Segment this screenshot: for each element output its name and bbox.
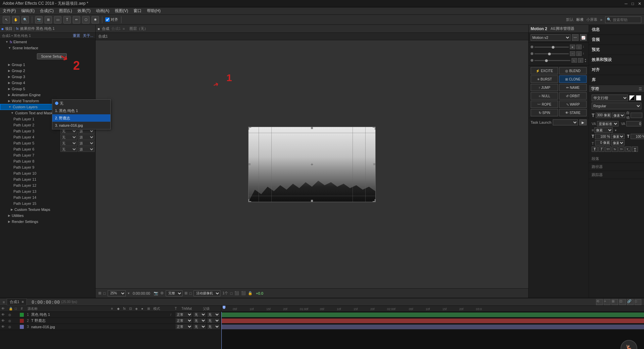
tl-btn-6[interactable]: □ (635, 299, 641, 305)
tl-btn-2[interactable]: + (604, 299, 610, 305)
v-scale-input[interactable] (631, 134, 644, 139)
composition-viewport[interactable]: + ➜ 1 (96, 40, 528, 288)
path-layer-source-select-5[interactable]: 源 (78, 140, 95, 146)
toolbar-expand[interactable]: » (600, 17, 602, 22)
kerning-select[interactable]: 度量标准 (597, 121, 619, 126)
path-layer-none-select-6[interactable]: 无 (60, 147, 77, 152)
tl-mode-1[interactable]: 正常 (175, 312, 192, 317)
reset-btn[interactable]: 重置 (73, 33, 80, 38)
slider-arrow-up-3[interactable]: ▲ (584, 58, 587, 60)
tree-element[interactable]: ▼ fx Element (0, 39, 95, 45)
fmt-bold[interactable]: T (592, 147, 598, 152)
indent-unit-select[interactable]: 像素 (594, 127, 613, 133)
tl-parent-3[interactable]: 无 (207, 324, 220, 329)
tl-vis-1[interactable]: 👁 (1, 313, 7, 316)
tl-btn-1[interactable]: ⟲ (596, 299, 603, 305)
tl-trkmat-1[interactable]: 无 (193, 312, 206, 317)
btn-warp[interactable]: ⤡ WARP (559, 101, 587, 108)
para-section[interactable]: 段落 (589, 155, 644, 163)
btn-null[interactable]: ○ NULL (531, 92, 558, 100)
tl-trkmat-3[interactable]: 无 (193, 324, 206, 329)
tree-group5[interactable]: ▶ Group 5 (0, 86, 95, 92)
font-size-input[interactable] (596, 113, 611, 118)
close-btn[interactable]: ✕ (638, 1, 641, 6)
btn-name[interactable]: ✏ NAME (559, 84, 587, 91)
tool-hand[interactable]: ✋ (12, 16, 19, 23)
fmt-sub[interactable]: T_ (625, 147, 631, 152)
tool-pen[interactable]: ✏ (73, 16, 80, 23)
tl-mode-3[interactable]: 正常 (175, 324, 192, 329)
tl-mode-2[interactable]: 正常 (175, 318, 192, 323)
slider-track-2[interactable] (534, 53, 569, 54)
tool-select[interactable]: ↖ (3, 16, 10, 23)
fit-select[interactable]: 完整 (166, 290, 182, 296)
tree-utilities[interactable]: ▶ Utilities (0, 213, 95, 219)
slider-track-1[interactable] (534, 47, 569, 48)
dropdown-item-3[interactable]: 3. nature-016.jpg (52, 122, 110, 129)
tl-btn-4[interactable]: ⊡ (619, 299, 626, 305)
task-launch-run-btn[interactable]: ▶ (579, 119, 587, 125)
tool-camera[interactable]: 📷 (35, 16, 43, 23)
motion2-version-select[interactable]: Motion v2 (531, 34, 571, 41)
btn-orbit[interactable]: ↺ ORBIT (559, 92, 587, 100)
baseline-input[interactable] (595, 140, 610, 146)
path-tracer-section[interactable]: 路径器 (589, 163, 644, 171)
zoom-select[interactable]: 25%50%100% (108, 290, 126, 296)
maximize-btn[interactable]: □ (632, 1, 634, 6)
info-section-align[interactable]: 对齐 (589, 65, 644, 75)
menu-effects[interactable]: 效果(T) (77, 8, 91, 14)
tree-scene-interface[interactable]: ▼ Scene Interface (0, 45, 95, 51)
scene-setup-btn[interactable]: Scene Setup (37, 53, 67, 59)
tree-group2[interactable]: ▶ Group 2 (0, 68, 95, 74)
fmt-super[interactable]: T^ (619, 147, 625, 152)
font-size-unit[interactable]: 像素 (612, 113, 625, 118)
tool-clone[interactable]: ⬡ (82, 16, 90, 23)
slider-btn-pipe-2[interactable]: | (576, 51, 582, 56)
tool-rect[interactable]: ▭ (54, 16, 61, 23)
path-layer-none-select-5[interactable]: 无 (60, 140, 77, 146)
path-layer-source-select-4[interactable]: 源 (78, 134, 95, 140)
baseline-unit[interactable]: 像素 (611, 140, 625, 146)
menu-help[interactable]: 帮助(H) (147, 8, 161, 14)
dropdown-none[interactable]: 无 (52, 100, 110, 107)
tracker-section[interactable]: 跟踪器 (589, 171, 644, 179)
tree-group1[interactable]: ▶ Group 1 (0, 62, 95, 68)
search-input[interactable] (613, 18, 640, 22)
tree-render-settings[interactable]: ▶ Render Settings (0, 219, 95, 225)
btn-excite[interactable]: ⚡ EXCITE (531, 67, 558, 74)
bg-color-swatch[interactable] (636, 95, 641, 101)
info-section-library[interactable]: 库 (589, 75, 644, 85)
info-section-effects[interactable]: 效果和预设 (589, 55, 644, 65)
fmt-underline[interactable]: T̲ (632, 147, 638, 152)
slider-btn-minus-2[interactable]: ─ (570, 51, 575, 56)
tl-layer-1[interactable]: 👁◎1黑色 纯色 1/正常无无 (0, 312, 221, 318)
effect-controls-tab[interactable]: 效果控件 黑色 纯色 1 (20, 26, 55, 31)
align-checkbox[interactable]: 对齐 (105, 17, 118, 22)
tree-texture-maps[interactable]: ▶ Custom Texture Maps (0, 207, 95, 213)
slider-btn-pipe-1[interactable]: | (576, 45, 582, 49)
path-layer-source-select-6[interactable]: 源 (78, 147, 95, 152)
text-color-swatch[interactable] (629, 95, 635, 101)
motion2-tab-active[interactable]: Motion 2 (531, 26, 547, 31)
path-layer-none-select-4[interactable]: 无 (60, 134, 77, 140)
btn-clone[interactable]: ⊞ CLONE (559, 75, 587, 83)
about-btn[interactable]: 关于... (83, 33, 93, 38)
tool-puppet[interactable]: ✱ (92, 16, 99, 23)
motion2-tab-ae[interactable]: AE脚本管理器 (550, 26, 574, 31)
font-family-select[interactable]: 华文行楷 (592, 95, 628, 101)
tl-solo-2[interactable]: ◎ (8, 319, 13, 323)
btn-jump[interactable]: ↑ JUMP (531, 84, 558, 91)
font-style-select[interactable]: Regular (592, 103, 641, 109)
btn-burst[interactable]: ✳ BURST (531, 75, 558, 83)
tl-trkmat-2[interactable]: 无 (193, 318, 206, 323)
btn-stare[interactable]: 👁 STARE (559, 109, 587, 116)
slider-arrow-down-1[interactable]: ↓ (583, 45, 587, 49)
tree-animation-engine[interactable]: ▶ Animation Engine (0, 92, 95, 98)
info-section-preview[interactable]: 预览 (589, 45, 644, 55)
menu-compose[interactable]: 合成(C) (40, 8, 54, 14)
tool-text[interactable]: T (63, 16, 71, 23)
tl-layer-3[interactable]: 👁◎3nature-016.jpg正常无无 (0, 324, 221, 330)
slider-arrow-down-2[interactable]: ↓ (583, 51, 587, 56)
slider-btn-pipe-3[interactable]: | (578, 58, 583, 63)
tl-layer-2[interactable]: 👁◎2T 野鹿志正常无无 (0, 318, 221, 324)
